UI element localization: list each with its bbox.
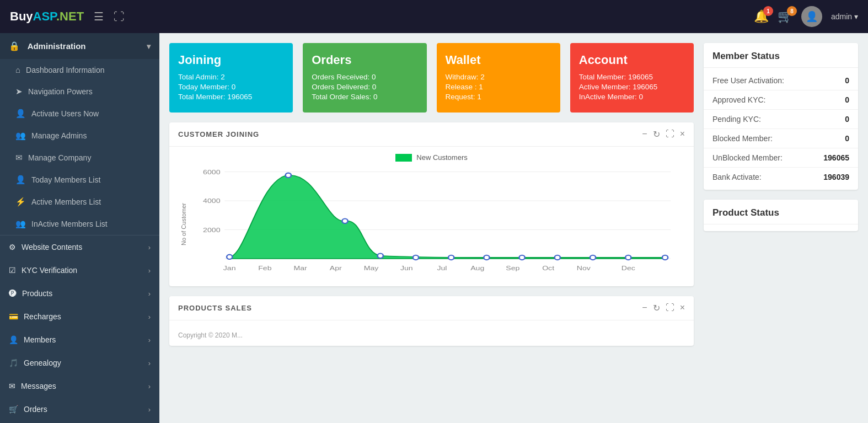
card-orders-line3: Total Order Sales: 0 xyxy=(312,93,417,101)
sidebar-item-today-members[interactable]: 👤 Today Members List xyxy=(0,169,159,191)
panel-controls: − ↻ ⛶ × xyxy=(642,129,685,140)
legend-color xyxy=(395,154,412,162)
panel-body-chart: New Customers No of Customer 6000 xyxy=(169,147,694,286)
product-status-title: Product Status xyxy=(704,200,858,224)
sidebar-item-manage-admins[interactable]: 👥 Manage Admins xyxy=(0,125,159,147)
svg-point-16 xyxy=(590,255,596,260)
cart-count: 8 xyxy=(787,6,797,16)
sidebar-item-label: Navigation Powers xyxy=(28,87,93,96)
kyc-icon: ☑ xyxy=(9,266,16,275)
close-button[interactable]: × xyxy=(680,303,685,313)
card-orders-line1: Orders Received: 0 xyxy=(312,73,417,81)
summary-cards: Joining Total Admin: 2 Today Member: 0 T… xyxy=(169,43,694,113)
cart-icon-wrap[interactable]: 🛒 8 xyxy=(778,9,792,24)
legend-label: New Customers xyxy=(416,153,467,162)
stat-label: Approved KYC: xyxy=(712,95,766,104)
card-orders-line2: Orders Delivered: 0 xyxy=(312,83,417,91)
sidebar-group-messages[interactable]: ✉ Messages › xyxy=(0,374,159,398)
svg-point-10 xyxy=(378,254,383,258)
sidebar-section-administration: 🔒 Administration ▾ ⌂ Dashboard Informati… xyxy=(0,33,159,235)
sidebar-item-dashboard[interactable]: ⌂ Dashboard Information xyxy=(0,59,159,81)
chevron-icon: › xyxy=(148,359,151,367)
sidebar-item-manage-company[interactable]: ✉ Manage Company xyxy=(0,147,159,169)
stat-value: 0 xyxy=(845,76,849,85)
sidebar-item-inactive-members[interactable]: 👥 InActive Members List xyxy=(0,213,159,235)
sidebar-group-website-contents[interactable]: ⚙ Website Contents › xyxy=(0,235,159,259)
svg-point-14 xyxy=(519,255,524,260)
sidebar-item-activate-users[interactable]: 👤 Activate Users Now xyxy=(0,103,159,125)
sidebar-section-header-administration[interactable]: 🔒 Administration ▾ xyxy=(0,33,159,59)
products-sales-panel: PRODUCTS SALES − ↻ ⛶ × Copyright © 2020 … xyxy=(169,296,694,346)
products-panel-body: Copyright © 2020 M... xyxy=(169,320,694,346)
messages-icon: ✉ xyxy=(9,382,15,390)
svg-point-18 xyxy=(662,255,668,260)
notification-bell[interactable]: 🔔 1 xyxy=(754,9,769,24)
home-icon: ⌂ xyxy=(15,65,20,74)
stat-value: 0 xyxy=(845,95,849,104)
card-account-line1: Total Member: 196065 xyxy=(579,73,685,81)
chevron-icon: › xyxy=(148,336,151,344)
minimize-button[interactable]: − xyxy=(642,303,647,313)
active-icon: ⚡ xyxy=(15,197,26,207)
administration-label: Administration xyxy=(28,41,86,51)
sidebar-item-navigation[interactable]: ➤ Navigation Powers xyxy=(0,81,159,103)
sidebar-group-products[interactable]: 🅟 Products › xyxy=(0,282,159,305)
sidebar-group-recharges[interactable]: 💳 Recharges › xyxy=(0,305,159,328)
card-joining-title: Joining xyxy=(178,53,284,67)
refresh-button[interactable]: ↻ xyxy=(653,129,660,140)
sidebar-group-label: Members xyxy=(24,335,56,344)
sidebar-item-label: InActive Members List xyxy=(31,219,108,228)
members-icon: 👤 xyxy=(9,335,18,344)
svg-point-17 xyxy=(625,255,631,260)
stat-row-blocked: Blocked Member: 0 xyxy=(704,129,858,148)
svg-point-15 xyxy=(555,255,560,260)
card-joining-line2: Today Member: 0 xyxy=(178,83,284,91)
fullscreen-button[interactable]: ⛶ xyxy=(666,303,674,313)
chart-legend: New Customers xyxy=(178,153,685,162)
svg-text:Jun: Jun xyxy=(400,264,413,271)
svg-text:Apr: Apr xyxy=(330,264,342,271)
orders-icon: 🛒 xyxy=(9,405,18,414)
sidebar-group-label: Orders xyxy=(24,405,47,414)
product-status-body xyxy=(704,224,858,231)
member-status-body: Free User Activation: 0 Approved KYC: 0 … xyxy=(704,68,858,190)
sidebar-group-label: KYC Verification xyxy=(22,266,77,275)
brand-buy: Buy xyxy=(10,9,33,23)
sidebar-group-genealogy[interactable]: 🎵 Genealogy › xyxy=(0,351,159,374)
expand-icon[interactable]: ⛶ xyxy=(114,10,125,23)
footer-copyright: Copyright © 2020 M... xyxy=(178,327,685,341)
avatar[interactable]: 👤 xyxy=(801,6,822,27)
content-side: Member Status Free User Activation: 0 Ap… xyxy=(704,43,858,413)
sidebar-group-members[interactable]: 👤 Members › xyxy=(0,328,159,351)
sidebar-group-label: Recharges xyxy=(24,312,61,321)
card-wallet: Wallet Withdraw: 2 Release : 1 Request: … xyxy=(437,43,560,113)
card-account-line3: InActive Member: 0 xyxy=(579,93,685,101)
fullscreen-button[interactable]: ⛶ xyxy=(666,129,674,140)
menu-toggle-icon[interactable]: ☰ xyxy=(94,10,104,23)
main-layout: 🔒 Administration ▾ ⌂ Dashboard Informati… xyxy=(0,33,868,423)
sidebar-group-label: Products xyxy=(22,289,52,298)
user-icon: 👤 xyxy=(15,109,26,119)
sidebar-group-orders[interactable]: 🛒 Orders › xyxy=(0,398,159,421)
refresh-button[interactable]: ↻ xyxy=(653,303,660,313)
close-button[interactable]: × xyxy=(680,129,685,140)
stat-row-free-user: Free User Activation: 0 xyxy=(704,71,858,90)
sidebar-group-kyc[interactable]: ☑ KYC Verification › xyxy=(0,259,159,282)
sidebar-group-label: Messages xyxy=(21,382,56,390)
today-icon: 👤 xyxy=(15,175,26,185)
stat-row-bank-activate: Bank Activate: 196039 xyxy=(704,168,858,186)
brand-logo: BuyASP.NET xyxy=(10,9,84,24)
stat-value: 196039 xyxy=(823,173,849,181)
sidebar-item-active-members[interactable]: ⚡ Active Members List xyxy=(0,191,159,213)
stat-value: 0 xyxy=(845,134,849,143)
brand-asp: ASP xyxy=(33,9,56,23)
svg-text:4000: 4000 xyxy=(203,197,220,204)
users-icon: 👥 xyxy=(15,131,26,141)
minimize-button[interactable]: − xyxy=(642,129,647,140)
y-axis-label: No of Customer xyxy=(178,166,189,282)
svg-point-11 xyxy=(413,255,419,260)
card-joining-line3: Total Member: 196065 xyxy=(178,93,284,101)
chevron-icon: › xyxy=(148,266,151,275)
stat-label: Pending KYC: xyxy=(712,115,761,124)
admin-username[interactable]: admin ▾ xyxy=(831,12,858,21)
